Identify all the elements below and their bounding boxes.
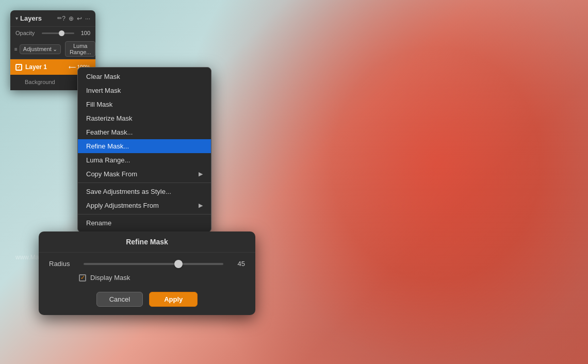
layer1-checkbox[interactable]: [15, 64, 22, 71]
adjustment-icon: ≡: [14, 46, 18, 52]
checkmark-icon: ✓: [80, 274, 85, 281]
layers-header: ▾ Layers ✏ ? ⊕ ↩ ···: [10, 10, 95, 27]
menu-item-luma-range[interactable]: Luma Range...: [78, 153, 211, 167]
menu-item-refine-mask[interactable]: Refine Mask...: [78, 139, 211, 153]
background-label: Background: [25, 79, 55, 85]
luma-range-button[interactable]: Luma Range...: [65, 41, 96, 57]
dialog-title: Refine Mask: [39, 231, 255, 253]
radius-label: Radius: [49, 260, 77, 268]
menu-item-invert-mask[interactable]: Invert Mask: [78, 84, 211, 97]
more-icon[interactable]: ···: [85, 15, 90, 22]
add-icon[interactable]: ⊕: [69, 15, 74, 22]
collapse-icon[interactable]: ▾: [15, 15, 18, 21]
radius-row: Radius 45: [39, 253, 255, 272]
menu-item-apply-adjustments[interactable]: Apply Adjustments From ▶: [78, 198, 211, 212]
dialog-buttons: Cancel Apply: [39, 288, 255, 307]
menu-item-rasterize-mask[interactable]: Rasterize Mask: [78, 111, 211, 125]
edit-icon[interactable]: ✏: [57, 15, 62, 22]
opacity-slider-thumb: [59, 30, 64, 36]
submenu-arrow-icon: ▶: [199, 171, 203, 177]
menu-divider: [78, 183, 211, 183]
radius-slider[interactable]: [84, 263, 223, 265]
display-mask-label: Display Mask: [90, 274, 130, 282]
refine-mask-dialog: Refine Mask Radius 45 ✓ Display Mask Can…: [39, 231, 255, 315]
opacity-value: 100: [77, 30, 90, 36]
layer1-name: Layer 1: [25, 63, 47, 71]
opacity-row: Opacity 100: [10, 27, 95, 39]
menu-item-rename[interactable]: Rename: [78, 216, 211, 230]
display-mask-checkbox[interactable]: ✓: [79, 274, 86, 282]
apply-button[interactable]: Apply: [149, 292, 198, 307]
opacity-label: Opacity: [15, 30, 39, 36]
help-icon[interactable]: ?: [62, 15, 66, 22]
menu-divider-2: [78, 214, 211, 214]
adjustment-dropdown[interactable]: Adjustment ⌄: [20, 44, 61, 54]
menu-item-fill-mask[interactable]: Fill Mask: [78, 97, 211, 111]
undo-icon[interactable]: ↩: [77, 15, 82, 22]
display-mask-row: ✓ Display Mask: [39, 272, 255, 288]
cancel-button[interactable]: Cancel: [96, 292, 143, 307]
menu-item-copy-mask-from[interactable]: Copy Mask From ▶: [78, 167, 211, 181]
radius-slider-thumb: [174, 260, 183, 268]
submenu-arrow-icon-2: ▶: [199, 202, 203, 209]
adjustment-row: ≡ Adjustment ⌄ Luma Range...: [10, 39, 95, 59]
chevron-icon: ⌄: [53, 46, 57, 53]
menu-item-clear-mask[interactable]: Clear Mask: [78, 70, 211, 84]
opacity-slider[interactable]: [42, 32, 74, 34]
radius-value: 45: [230, 260, 245, 268]
layers-panel-title: Layers: [20, 14, 55, 22]
menu-item-feather-mask[interactable]: Feather Mask...: [78, 125, 211, 139]
mask-arrow-icon: ⟵: [69, 64, 76, 70]
menu-item-save-adjustments[interactable]: Save Adjustments as Style...: [78, 185, 211, 198]
context-menu: Clear Mask Invert Mask Fill Mask Rasteri…: [77, 67, 211, 233]
layers-toolbar-icons: ? ⊕ ↩ ···: [62, 15, 90, 22]
